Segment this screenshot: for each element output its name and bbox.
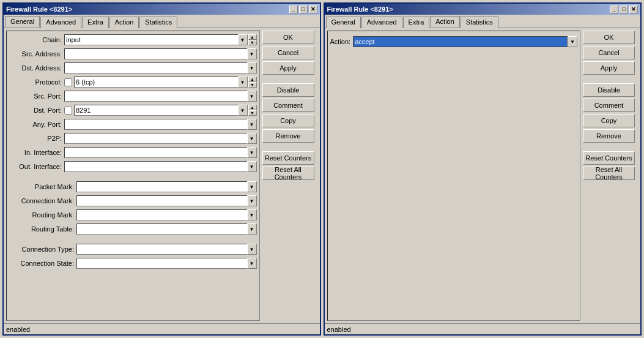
window-body-2: Action: ▼ OK Cancel Apply Disable Commen… (325, 28, 641, 323)
chain-input-wrapper: ▼ ▲ ▼ (64, 34, 257, 45)
dst-port-label: Dst. Port: (9, 107, 64, 114)
reset-all-counters-button-2[interactable]: Reset All Counters (583, 167, 635, 180)
reset-counters-button-2[interactable]: Reset Counters (583, 151, 635, 165)
protocol-input[interactable] (74, 77, 248, 88)
disable-button-2[interactable]: Disable (583, 83, 635, 97)
cancel-button-2[interactable]: Cancel (583, 46, 635, 59)
src-address-row: Src. Address: ▼ (9, 48, 257, 60)
copy-button-1[interactable]: Copy (262, 114, 314, 127)
dst-port-dropdown-arrow[interactable]: ▼ (238, 105, 248, 116)
src-address-input[interactable] (64, 48, 257, 59)
protocol-dropdown-arrow[interactable]: ▼ (238, 77, 248, 88)
apply-button-2[interactable]: Apply (583, 61, 635, 75)
in-interface-dropdown-arrow[interactable]: ▼ (247, 147, 257, 158)
ok-button-2[interactable]: OK (583, 31, 635, 44)
tab-advanced-1[interactable]: Advanced (40, 17, 81, 28)
protocol-label: Protocol: (9, 78, 64, 86)
out-interface-dropdown-arrow[interactable]: ▼ (247, 161, 257, 172)
remove-button-2[interactable]: Remove (583, 129, 635, 143)
src-port-dropdown-arrow[interactable]: ▼ (247, 91, 257, 102)
maximize-button-2[interactable]: □ (620, 6, 628, 13)
packet-mark-dropdown-arrow[interactable]: ▼ (247, 181, 257, 192)
tab-statistics-1[interactable]: Statistics (139, 17, 177, 28)
comment-button-1[interactable]: Comment (262, 99, 314, 112)
minimize-button-2[interactable]: _ (610, 6, 618, 13)
connection-type-dropdown-arrow[interactable]: ▼ (247, 244, 257, 255)
connection-state-dropdown-arrow[interactable]: ▼ (247, 258, 257, 269)
routing-table-dropdown-wrapper: ▼ (76, 223, 257, 235)
chain-input[interactable] (64, 34, 248, 45)
tab-action-1[interactable]: Action (109, 17, 139, 28)
copy-button-2[interactable]: Copy (583, 114, 635, 127)
dst-port-scroll-down[interactable]: ▼ (248, 110, 257, 116)
src-port-input-wrapper: ▼ (64, 91, 257, 102)
packet-mark-row: Packet Mark: ▼ (9, 181, 257, 193)
protocol-row: Protocol: ▼ ▲ ▼ (9, 76, 257, 88)
src-address-label: Src. Address: (9, 50, 64, 58)
src-port-dropdown-wrapper: ▼ (64, 91, 257, 102)
reset-all-counters-button-1[interactable]: Reset All Counters (262, 167, 314, 180)
protocol-scroll-down[interactable]: ▼ (248, 82, 257, 88)
connection-mark-input[interactable] (76, 195, 257, 206)
ok-button-1[interactable]: OK (262, 31, 314, 44)
dst-address-dropdown-arrow[interactable]: ▼ (247, 62, 257, 73)
tab-statistics-2[interactable]: Statistics (461, 17, 498, 28)
routing-mark-dropdown-wrapper: ▼ (76, 209, 257, 220)
p2p-dropdown-arrow[interactable]: ▼ (247, 133, 257, 144)
apply-button-1[interactable]: Apply (262, 61, 314, 75)
connection-type-input[interactable] (76, 244, 257, 255)
chain-scroll-up[interactable]: ▲ (248, 34, 257, 40)
separator-1 (9, 175, 257, 179)
dst-port-row: Dst. Port: ▼ ▲ ▼ (9, 104, 257, 116)
routing-mark-dropdown-arrow[interactable]: ▼ (247, 209, 257, 220)
comment-button-2[interactable]: Comment (583, 99, 635, 112)
dst-port-scroll-up[interactable]: ▲ (248, 105, 257, 110)
p2p-input[interactable] (64, 133, 257, 144)
action-input[interactable] (353, 36, 568, 47)
cancel-button-1[interactable]: Cancel (262, 46, 314, 59)
close-button-2[interactable]: ✕ (629, 6, 638, 13)
chain-dropdown-arrow[interactable]: ▼ (238, 34, 248, 45)
src-address-dropdown-arrow[interactable]: ▼ (247, 48, 257, 59)
protocol-checkbox[interactable] (64, 78, 72, 86)
tab-general-1[interactable]: General (5, 16, 40, 28)
connection-type-label: Connection Type: (9, 246, 76, 253)
protocol-scroll-up[interactable]: ▲ (248, 77, 257, 82)
connection-state-row: Connection State: ▼ (9, 257, 257, 269)
out-interface-row: Out. Interface: ▼ (9, 160, 257, 173)
button-panel-2: OK Cancel Apply Disable Comment Copy Rem… (583, 31, 638, 321)
status-bar-2: enabled (325, 323, 641, 334)
any-port-row: Any. Port: ▼ (9, 118, 257, 130)
btn-spacer-2 (262, 145, 317, 149)
tab-action-2[interactable]: Action (430, 16, 460, 28)
tab-bar-2: General Advanced Extra Action Statistics (325, 15, 641, 28)
minimize-button-1[interactable]: _ (289, 6, 298, 13)
chain-row: Chain: ▼ ▲ ▼ (9, 34, 257, 46)
tab-advanced-2[interactable]: Advanced (361, 17, 402, 28)
src-port-input[interactable] (64, 91, 257, 102)
out-interface-input[interactable] (64, 161, 257, 172)
close-button-1[interactable]: ✕ (309, 6, 317, 13)
maximize-button-1[interactable]: □ (299, 6, 308, 13)
action-dropdown-arrow[interactable]: ▼ (568, 36, 577, 47)
routing-mark-input[interactable] (76, 209, 257, 220)
routing-table-dropdown-arrow[interactable]: ▼ (247, 223, 257, 235)
dst-port-checkbox[interactable] (64, 107, 72, 115)
dst-port-input[interactable] (74, 105, 248, 116)
any-port-input[interactable] (64, 119, 257, 130)
in-interface-input[interactable] (64, 147, 257, 158)
tab-extra-2[interactable]: Extra (403, 17, 430, 28)
connection-state-input[interactable] (76, 258, 257, 269)
dst-address-input[interactable] (64, 62, 257, 73)
connection-mark-input-wrapper: ▼ (76, 195, 257, 206)
connection-mark-dropdown-arrow[interactable]: ▼ (247, 195, 257, 206)
remove-button-1[interactable]: Remove (262, 129, 314, 143)
any-port-dropdown-arrow[interactable]: ▼ (247, 119, 257, 130)
chain-scroll-down[interactable]: ▼ (248, 40, 257, 45)
routing-table-input[interactable] (76, 223, 257, 235)
reset-counters-button-1[interactable]: Reset Counters (262, 151, 314, 165)
tab-general-2[interactable]: General (326, 17, 361, 28)
disable-button-1[interactable]: Disable (262, 83, 314, 97)
tab-extra-1[interactable]: Extra (82, 17, 109, 28)
packet-mark-input[interactable] (76, 181, 257, 192)
